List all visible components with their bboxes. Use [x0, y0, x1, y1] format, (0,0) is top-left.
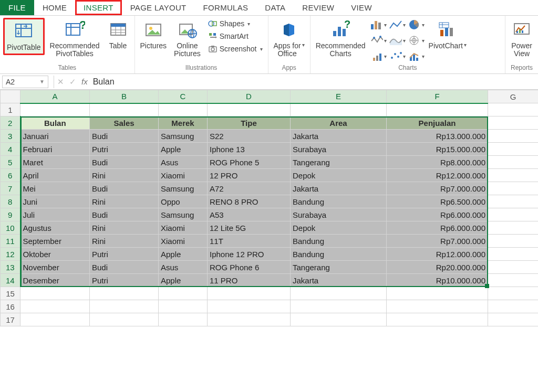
select-all-corner[interactable]	[1, 90, 20, 103]
cell-D11[interactable]: 11T	[208, 235, 291, 248]
tab-insert[interactable]: INSERT	[75, 0, 122, 15]
cell-F11[interactable]: Rp7.000.000	[387, 235, 488, 248]
cell-B3[interactable]: Budi	[90, 130, 159, 143]
cell-A16[interactable]	[20, 300, 90, 313]
cell-B1[interactable]	[90, 103, 159, 116]
pivot-table-button[interactable]: PivotTable	[3, 18, 45, 55]
cell-G10[interactable]	[488, 221, 539, 235]
cell-F13[interactable]: Rp20.000.000	[387, 261, 488, 274]
chevron-down-icon[interactable]: ▼	[39, 79, 45, 84]
row-header-14[interactable]: 14	[1, 274, 20, 287]
cell-C16[interactable]	[159, 300, 208, 313]
row-header-3[interactable]: 3	[1, 130, 20, 143]
cell-D6[interactable]: 12 PRO	[208, 169, 291, 182]
apps-for-office-button[interactable]: Apps for Office ▾	[272, 18, 307, 61]
cell-D5[interactable]: ROG Phone 5	[208, 156, 291, 169]
cell-C7[interactable]: Samsung	[159, 182, 208, 195]
cell-D10[interactable]: 12 Lite 5G	[208, 221, 291, 235]
cell-B6[interactable]: Rini	[90, 169, 159, 182]
cell-F9[interactable]: Rp6.000.000	[387, 208, 488, 221]
cell-B12[interactable]: Putri	[90, 248, 159, 261]
cell-C9[interactable]: Samsung	[159, 208, 208, 221]
tab-data[interactable]: DATA	[256, 0, 294, 15]
row-header-12[interactable]: 12	[1, 248, 20, 261]
cell-G9[interactable]	[488, 208, 539, 221]
cell-E10[interactable]: Depok	[291, 221, 387, 235]
cell-C12[interactable]: Apple	[159, 248, 208, 261]
cell-F2[interactable]: Penjualan	[387, 116, 488, 130]
cell-G14[interactable]	[488, 274, 539, 287]
cell-E8[interactable]: Bandung	[291, 195, 387, 208]
row-header-5[interactable]: 5	[1, 156, 20, 169]
cell-E6[interactable]: Depok	[291, 169, 387, 182]
cell-B16[interactable]	[90, 300, 159, 313]
tab-page-layout[interactable]: PAGE LAYOUT	[122, 0, 195, 15]
screenshot-button[interactable]: Screenshot▾	[206, 43, 265, 55]
cell-E16[interactable]	[291, 300, 387, 313]
spreadsheet-grid[interactable]: ABCDEFG 12BulanSalesMerekTipeAreaPenjual…	[0, 90, 538, 326]
cell-G3[interactable]	[488, 130, 539, 143]
cell-D13[interactable]: ROG Phone 6	[208, 261, 291, 274]
pictures-button[interactable]: Pictures	[138, 18, 169, 52]
cell-B15[interactable]	[90, 287, 159, 300]
tab-view[interactable]: VIEW	[343, 0, 380, 15]
cell-A9[interactable]: Juli	[20, 208, 90, 221]
cell-G4[interactable]	[488, 143, 539, 156]
cell-D8[interactable]: RENO 8 PRO	[208, 195, 291, 208]
cell-F5[interactable]: Rp8.000.000	[387, 156, 488, 169]
cell-C2[interactable]: Merek	[159, 116, 208, 130]
cell-A4[interactable]: Februari	[20, 143, 90, 156]
cell-G8[interactable]	[488, 195, 539, 208]
cell-E15[interactable]	[291, 287, 387, 300]
cell-C14[interactable]: Apple	[159, 274, 208, 287]
cell-F6[interactable]: Rp12.000.000	[387, 169, 488, 182]
cell-B10[interactable]: Rini	[90, 221, 159, 235]
cell-A14[interactable]: Desember	[20, 274, 90, 287]
row-header-11[interactable]: 11	[1, 235, 20, 248]
cell-G5[interactable]	[488, 156, 539, 169]
name-box[interactable]: A2 ▼	[2, 76, 48, 88]
cell-D4[interactable]: Iphone 13	[208, 143, 291, 156]
col-header-C[interactable]: C	[159, 90, 208, 103]
cell-D14[interactable]: 11 PRO	[208, 274, 291, 287]
cell-A2[interactable]: Bulan	[20, 116, 90, 130]
cell-E14[interactable]: Jakarta	[291, 274, 387, 287]
cell-B5[interactable]: Budi	[90, 156, 159, 169]
cell-F4[interactable]: Rp15.000.000	[387, 143, 488, 156]
cell-G6[interactable]	[488, 169, 539, 182]
row-header-4[interactable]: 4	[1, 143, 20, 156]
col-header-G[interactable]: G	[488, 90, 539, 103]
cell-D1[interactable]	[208, 103, 291, 116]
cancel-icon[interactable]: ✕	[57, 77, 64, 87]
cell-E3[interactable]: Jakarta	[291, 130, 387, 143]
cell-D3[interactable]: S22	[208, 130, 291, 143]
cell-A3[interactable]: Januari	[20, 130, 90, 143]
cell-F3[interactable]: Rp13.000.000	[387, 130, 488, 143]
cell-C11[interactable]: Xiaomi	[159, 235, 208, 248]
cell-E7[interactable]: Jakarta	[291, 182, 387, 195]
row-header-17[interactable]: 17	[1, 313, 20, 326]
online-pictures-button[interactable]: Online Pictures	[172, 18, 203, 61]
cell-F14[interactable]: Rp10.000.000	[387, 274, 488, 287]
row-header-7[interactable]: 7	[1, 182, 20, 195]
chart-combo-button[interactable]: ▾	[408, 49, 425, 63]
col-header-A[interactable]: A	[20, 90, 90, 103]
cell-F8[interactable]: Rp6.500.000	[387, 195, 488, 208]
chart-surface-button[interactable]: ▾	[389, 34, 406, 47]
cell-E12[interactable]: Bandung	[291, 248, 387, 261]
cell-G2[interactable]	[488, 116, 539, 130]
row-header-9[interactable]: 9	[1, 208, 20, 221]
cell-G11[interactable]	[488, 235, 539, 248]
recommended-pivot-button[interactable]: ? Recommended PivotTables	[48, 18, 102, 61]
cell-A10[interactable]: Agustus	[20, 221, 90, 235]
pivot-chart-button[interactable]: PivotChart▾	[427, 18, 469, 61]
cell-F10[interactable]: Rp6.000.000	[387, 221, 488, 235]
cell-B2[interactable]: Sales	[90, 116, 159, 130]
cell-D16[interactable]	[208, 300, 291, 313]
cell-C1[interactable]	[159, 103, 208, 116]
cell-C6[interactable]: Xiaomi	[159, 169, 208, 182]
shapes-button[interactable]: Shapes▾	[206, 18, 265, 29]
row-header-8[interactable]: 8	[1, 195, 20, 208]
row-header-6[interactable]: 6	[1, 169, 20, 182]
cell-G1[interactable]	[488, 103, 539, 116]
